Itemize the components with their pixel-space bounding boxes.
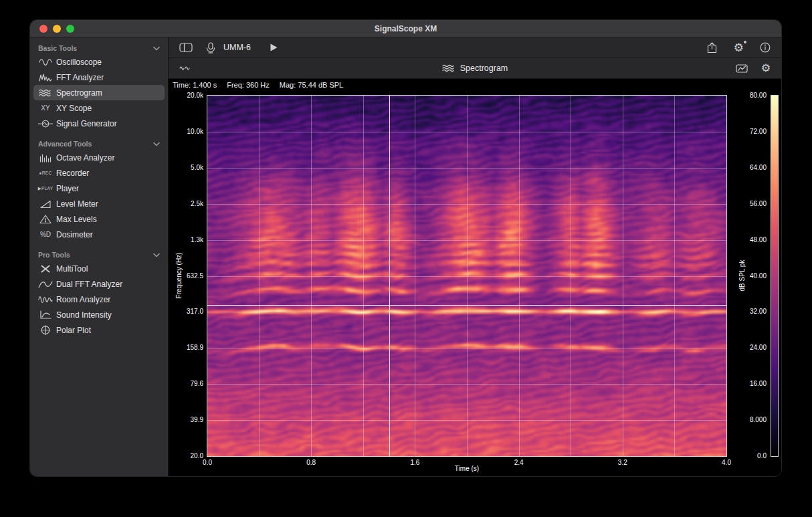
spectrogram-view-icon [442,64,455,73]
signal-generator-icon [36,119,55,128]
sidebar-item-xy-scope[interactable]: XYXY Scope [33,100,165,116]
freq-tick-label: 632.5 [173,272,203,280]
titlebar[interactable]: SignalScope XM [30,20,781,37]
sidebar-toggle-icon[interactable] [179,42,193,53]
fft-analyzer-icon [36,73,55,82]
sidebar-item-spectrogram[interactable]: Spectrogram [33,85,165,100]
sidebar-item-label: Dosimeter [56,230,93,239]
freq-tick-label: 10.0k [173,128,203,135]
oscilloscope-icon [36,58,55,67]
sidebar-item-label: Signal Generator [56,119,117,128]
sidebar-section-pro-tools[interactable]: Pro Tools [30,248,168,261]
app-window: SignalScope XM Basic ToolsOscilloscopeFF… [30,20,781,476]
dosimeter-icon: %D [36,231,55,238]
chevron-down-icon[interactable] [153,253,160,257]
share-button[interactable] [706,42,718,54]
chevron-down-icon[interactable] [153,142,160,146]
section-label: Advanced Tools [38,140,92,148]
view-title-group: Spectrogram [169,58,781,78]
xy-scope-icon: XY [36,104,55,112]
sidebar-item-level-meter[interactable]: Level Meter [33,196,165,211]
display-settings-button[interactable]: ⚙ [761,63,771,74]
microphone-icon[interactable] [205,42,217,54]
spectrogram-canvas[interactable] [207,95,727,457]
toolbar: UMM-6 ⚙ [169,37,781,58]
time-tick-label: 0.8 [298,459,324,466]
minimize-button[interactable] [53,25,61,33]
sidebar-item-sound-intensity[interactable]: Sound Intensity [33,307,165,322]
section-label: Basic Tools [38,44,77,52]
room-analyzer-icon [36,295,55,304]
colorbar-tick-label: 72.00 [733,128,767,135]
statusbar: Time: 1.400 s Freq: 360 Hz Mag: 75.44 dB… [169,79,781,90]
sidebar-item-dual-fft-analyzer[interactable]: Dual FFT Analyzer [33,276,165,292]
sidebar-section-basic-tools[interactable]: Basic Tools [30,41,168,54]
freq-tick-label: 158.9 [173,344,203,351]
level-meter-icon [36,199,55,209]
sidebar-item-label: Spectrogram [56,88,102,98]
sidebar-item-label: Octave Analyzer [56,153,114,163]
freq-tick-label: 2.5k [173,200,203,207]
player-icon: ▶PLAY [36,186,55,191]
sidebar-item-signal-generator[interactable]: Signal Generator [33,116,165,131]
chart-display-button[interactable] [736,64,748,74]
status-time: Time: 1.400 s [173,81,217,89]
settings-badge [744,41,746,43]
sidebar-item-label: Room Analyzer [56,295,110,304]
plot-area: Frequency (Hz) Time (s) dB SPL pk 20.0k1… [169,90,781,476]
colorbar-tick-label: 16.00 [733,380,767,387]
x-axis-label: Time (s) [433,465,500,472]
freq-tick-label: 39.9 [173,416,203,423]
sidebar-item-recorder[interactable]: ●RECRecorder [33,165,165,181]
sidebar-item-label: MultiTool [56,264,88,274]
section-label: Pro Tools [38,251,70,259]
colorbar-tick-label: 32.00 [733,308,767,315]
sidebar-item-octave-analyzer[interactable]: Octave Analyzer [33,150,165,165]
sidebar-item-label: Sound Intensity [56,310,112,320]
sidebar-item-label: XY Scope [56,104,92,113]
chevron-down-icon[interactable] [153,46,160,51]
traffic-lights [39,20,74,37]
polar-plot-icon [36,325,55,335]
colorbar-tick-label: 0.0 [733,452,767,459]
settings-button[interactable]: ⚙ [734,42,744,54]
sidebar-item-fft-analyzer[interactable]: FFT Analyzer [33,70,165,85]
freq-tick-label: 79.6 [173,380,203,387]
sound-intensity-icon [36,310,55,320]
sidebar-item-player[interactable]: ▶PLAYPlayer [33,181,165,196]
zoom-button[interactable] [66,25,74,33]
colorbar-tick-label: 24.00 [733,344,767,351]
max-levels-icon [36,214,55,224]
sidebar-item-oscilloscope[interactable]: Oscilloscope [33,54,165,70]
time-tick-label: 1.6 [401,459,428,466]
window-title: SignalScope XM [30,24,781,33]
close-button[interactable] [39,25,47,33]
info-button[interactable] [760,42,771,53]
sidebar-item-polar-plot[interactable]: Polar Plot [33,322,165,338]
colorbar-tick-label: 56.00 [733,200,767,207]
freq-tick-label: 1.3k [173,236,203,243]
colorbar-tick-label: 40.00 [733,272,767,280]
sidebar-item-label: FFT Analyzer [56,73,104,82]
octave-analyzer-icon [36,153,55,163]
input-device-label[interactable]: UMM-6 [223,43,251,52]
play-button[interactable] [270,43,278,52]
colorbar-tick-label: 80.00 [733,92,767,99]
sidebar-section-advanced-tools[interactable]: Advanced Tools [30,137,168,150]
time-tick-label: 3.2 [609,459,636,466]
colorbar-tick-label: 48.00 [733,236,767,243]
signal-levels-icon[interactable] [179,64,190,73]
sidebar-item-label: Level Meter [56,199,98,209]
sidebar-item-multitool[interactable]: MultiTool [33,261,165,276]
sidebar-item-max-levels[interactable]: Max Levels [33,211,165,227]
sidebar-item-dosimeter[interactable]: %DDosimeter [33,227,165,242]
sidebar-item-label: Polar Plot [56,326,91,335]
sidebar-item-label: Recorder [56,169,89,178]
multitool-icon [36,264,55,274]
colorbar-tick-label: 64.00 [733,164,767,171]
viewbar: Spectrogram ⚙ [169,58,781,79]
freq-tick-label: 5.0k [173,164,203,171]
sidebar-item-room-analyzer[interactable]: Room Analyzer [33,292,165,307]
recorder-icon: ●REC [36,171,55,175]
status-mag: Mag: 75.44 dB SPL [280,81,343,89]
